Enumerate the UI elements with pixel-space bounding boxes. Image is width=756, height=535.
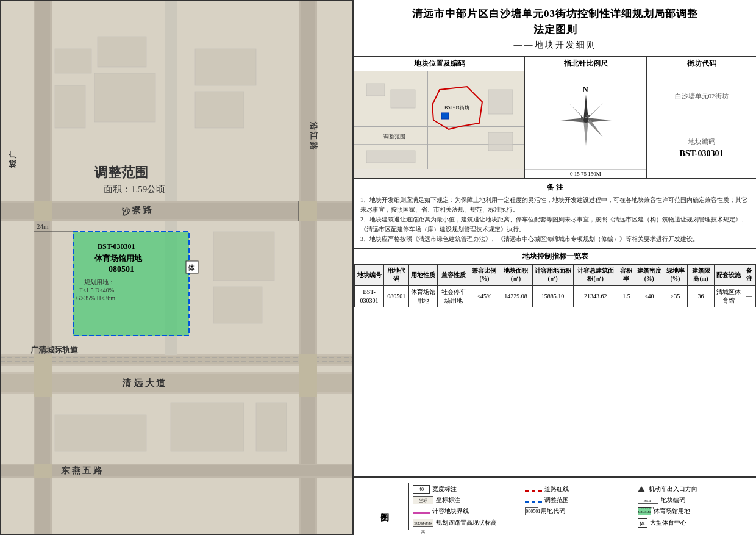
legend-section: 图例 40 宽度标注 道路红线 机动车出入口方向 bbox=[354, 476, 756, 535]
top-info-row: 地块位置及编码 bbox=[354, 57, 756, 179]
col-code: 用地代码 bbox=[384, 265, 409, 286]
table-section: 地块控制指标一览表 地块编号 用地代码 用地性质 兼容性质 兼容比例(%) 地块… bbox=[354, 248, 756, 476]
left-map: 36m 24m 调整范围 面积：1.59公顷 BST-030301 体育场馆用地… bbox=[0, 0, 354, 535]
col-height: 建筑限高(m) bbox=[687, 265, 714, 286]
svg-rect-4 bbox=[35, 0, 50, 535]
legend-width-mark: 40 宽度标注 bbox=[413, 485, 521, 494]
legend-block-code-sym: BST-030301 地块编码 bbox=[638, 496, 746, 504]
col-compat-ratio: 兼容比例(%) bbox=[469, 265, 499, 286]
legend-compat-label: 计容地块界线 bbox=[432, 507, 469, 515]
col-facilities: 配套设施 bbox=[715, 265, 743, 286]
legend-adjust: 调整范围 bbox=[525, 496, 633, 504]
notes-header: 备 注 bbox=[360, 182, 750, 193]
svg-text:东  燕  五  路: 东 燕 五 路 bbox=[61, 465, 102, 475]
svg-rect-47 bbox=[55, 85, 85, 128]
legend-large-sports: 体 大型体育中心 bbox=[638, 518, 746, 528]
svg-rect-50 bbox=[213, 232, 274, 281]
legend-land-code-label: 用地代码 bbox=[541, 507, 565, 515]
notes-text2: 2、地块建筑退让道路距离为最小值，建筑退让地块距离、停车位配套等图则未尽事宜，按… bbox=[360, 215, 750, 234]
svg-text:面积：1.59公顷: 面积：1.59公顷 bbox=[104, 184, 165, 194]
right-panel: 清远市中部片区白沙塘单元03街坊控制性详细规划局部调整 法定图则 ——地块开发细… bbox=[354, 0, 756, 535]
legend-road-red: 道路红线 bbox=[525, 485, 633, 494]
legend-coord: 坐标 坐标标注 bbox=[413, 496, 521, 504]
svg-rect-51 bbox=[213, 287, 262, 323]
svg-rect-61 bbox=[441, 113, 449, 119]
compass-area: N bbox=[525, 71, 646, 169]
title-section: 清远市中部片区白沙塘单元03街坊控制性详细规划局部调整 法定图则 ——地块开发细… bbox=[354, 0, 756, 57]
svg-rect-45 bbox=[98, 37, 146, 67]
svg-text:规划用地：: 规划用地： bbox=[84, 279, 115, 285]
col-density: 建筑密度(%) bbox=[635, 265, 663, 286]
legend-motor: 机动车出入口方向 bbox=[638, 485, 746, 494]
jfcode-section: 街坊代码 白沙塘单元02街坊 地块编码 BST-030301 bbox=[647, 57, 756, 178]
svg-marker-75 bbox=[569, 103, 584, 120]
legend-sports-land: 080501 体育场馆用地 bbox=[638, 507, 746, 515]
svg-text:广: 广 bbox=[8, 150, 17, 159]
subtitle: ——地块开发细则 bbox=[366, 40, 744, 51]
legend-coord-label: 坐标标注 bbox=[436, 496, 460, 504]
main-title: 清远市中部片区白沙塘单元03街坊控制性详细规划局部调整 bbox=[366, 6, 744, 22]
legend-block-code-label: 地块编码 bbox=[661, 496, 685, 504]
svg-rect-43 bbox=[34, 464, 52, 478]
data-table: 地块编号 用地代码 用地性质 兼容性质 兼容比例(%) 地块面积(㎡) 计容用地… bbox=[354, 265, 756, 307]
svg-rect-42 bbox=[299, 354, 317, 397]
svg-text:城: 城 bbox=[8, 159, 17, 168]
table-header: 地块控制指标一览表 bbox=[354, 248, 756, 265]
compass-header: 指北针比例尺 bbox=[525, 57, 646, 71]
col-note: 备注 bbox=[743, 265, 755, 286]
col-compat: 兼容性质 bbox=[437, 265, 469, 286]
svg-text:BST-030301: BST-030301 bbox=[98, 242, 135, 251]
location-header: 地块位置及编码 bbox=[354, 57, 524, 71]
svg-text:24m: 24m bbox=[37, 223, 49, 230]
col-block-id: 地块编号 bbox=[355, 265, 384, 286]
block-code-value: BST-030301 bbox=[652, 149, 751, 159]
svg-rect-40 bbox=[299, 201, 317, 221]
col-area: 地块面积(㎡) bbox=[499, 265, 532, 286]
legend-width-label: 宽度标注 bbox=[432, 485, 457, 494]
legend-large-sports-label: 大型体育中心 bbox=[650, 519, 686, 527]
svg-rect-44 bbox=[55, 49, 91, 73]
svg-text:体: 体 bbox=[188, 264, 195, 272]
col-far: 容积率 bbox=[618, 265, 635, 286]
notes-section: 备 注 1、地块开发细则应满足如下规定：为保障土地利用一定程度的灵活性，地块开发… bbox=[354, 179, 756, 248]
svg-rect-48 bbox=[94, 73, 155, 122]
svg-marker-77 bbox=[569, 122, 584, 137]
col-calc-area: 计容用地面积(㎡) bbox=[532, 265, 573, 286]
svg-rect-49 bbox=[195, 92, 244, 128]
svg-rect-53 bbox=[171, 403, 244, 451]
compass-section: 指北针比例尺 N bbox=[525, 57, 647, 178]
thumb-map-area: BST-03街坊 调整范围 bbox=[354, 71, 524, 178]
table-row: BST-030301080501体育场馆用地社会停车场用地≤45%14229.0… bbox=[355, 285, 756, 307]
svg-rect-46 bbox=[195, 49, 256, 85]
svg-rect-68 bbox=[366, 151, 415, 163]
jfcode-header: 街坊代码 bbox=[647, 57, 756, 71]
jfcode-value-label: 白沙塘单元02街坊 bbox=[652, 92, 751, 102]
svg-text:清  远  大  道: 清 远 大 道 bbox=[122, 378, 166, 388]
svg-text:体育场馆用地: 体育场馆用地 bbox=[94, 254, 143, 263]
svg-rect-64 bbox=[366, 84, 385, 96]
legend-title: 图例 bbox=[360, 483, 409, 530]
svg-text:N: N bbox=[583, 85, 588, 94]
svg-rect-6 bbox=[301, 0, 315, 535]
svg-rect-14 bbox=[0, 465, 354, 476]
map-thumbnail: 地块位置及编码 bbox=[354, 57, 525, 178]
block-code-label: 地块编码 bbox=[652, 137, 751, 146]
col-total-floor: 计容总建筑面积(㎡) bbox=[573, 265, 618, 286]
svg-marker-71 bbox=[583, 120, 588, 146]
svg-text:广清城际轨道: 广清城际轨道 bbox=[30, 345, 79, 354]
col-green: 绿地率(%) bbox=[663, 265, 688, 286]
legend-plan-road: 规划路面标高 规划道路置高现状标高 bbox=[413, 518, 521, 528]
svg-rect-41 bbox=[34, 354, 52, 397]
svg-rect-39 bbox=[34, 201, 52, 221]
svg-rect-52 bbox=[55, 415, 146, 451]
svg-text:沿  江  路: 沿 江 路 bbox=[309, 122, 318, 151]
col-use: 用地性质 bbox=[409, 265, 437, 286]
svg-text:调整范围: 调整范围 bbox=[383, 134, 405, 140]
svg-rect-54 bbox=[256, 403, 287, 451]
legend-adjust-label: 调整范围 bbox=[544, 496, 569, 504]
title-line2: 法定图则 bbox=[366, 22, 744, 38]
main-container: 36m 24m 调整范围 面积：1.59公顷 BST-030301 体育场馆用地… bbox=[0, 0, 756, 535]
legend-compat-line: 计容地块界线 bbox=[413, 507, 521, 515]
notes-text3: 3、地块应严格按照《清远市绿色建筑管理办法》、《清远市中心城区海绵城市专项规划（… bbox=[360, 234, 750, 244]
svg-marker-74 bbox=[586, 103, 603, 118]
